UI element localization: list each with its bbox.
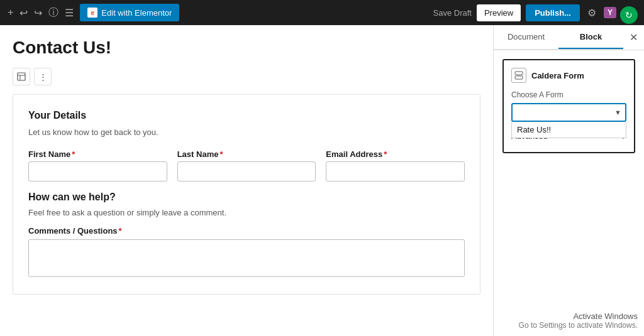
first-name-label: First Name*: [28, 149, 167, 159]
block-table-icon[interactable]: [13, 68, 30, 85]
editor-area: Contact Us! ⋮ ↻ Your Details Let us know…: [0, 25, 493, 336]
settings-gear-button[interactable]: ⚙: [585, 4, 599, 21]
your-details-sub: Let us know how to get back to you.: [28, 127, 465, 137]
email-field: Email Address*: [326, 149, 465, 182]
sidebar-block-content: Caldera Form Choose A Form Rate Us!! Con…: [494, 50, 644, 336]
choose-form-label: Choose A Form: [511, 90, 626, 99]
sidebar-close-button[interactable]: ✕: [623, 25, 644, 50]
svg-rect-3: [515, 72, 523, 75]
activate-windows-sub: Go to Settings to activate Windows.: [519, 321, 638, 330]
elementor-logo: e: [87, 8, 97, 18]
activate-windows-notice: Activate Windows Go to Settings to activ…: [519, 312, 638, 330]
caldera-form-block: Caldera Form Choose A Form Rate Us!! Con…: [502, 59, 635, 153]
email-input[interactable]: [326, 161, 465, 182]
tab-block[interactable]: Block: [558, 26, 623, 49]
plus-icon[interactable]: +: [8, 7, 13, 18]
block-dots-icon[interactable]: ⋮: [34, 68, 52, 85]
redo-icon[interactable]: ↪: [34, 7, 42, 19]
first-name-input[interactable]: [28, 161, 167, 182]
top-toolbar: + ↩ ↪ ⓘ ☰ e Edit with Elementor Save Dra…: [0, 0, 644, 25]
last-name-label: Last Name*: [177, 149, 316, 159]
how-help-title: How can we help?: [28, 192, 465, 203]
caldera-block-header: Caldera Form: [511, 68, 626, 83]
publish-button[interactable]: Publish...: [526, 4, 580, 21]
toolbar-right: Save Draft Preview Publish... ⚙ Y ⋮: [433, 4, 636, 21]
last-name-input[interactable]: [177, 161, 316, 182]
comments-textarea[interactable]: [28, 239, 465, 277]
svg-rect-0: [18, 73, 25, 80]
dropdown-option-rate-us[interactable]: Rate Us!!: [512, 122, 626, 138]
main-layout: Contact Us! ⋮ ↻ Your Details Let us know…: [0, 25, 644, 336]
right-sidebar: Document Block ✕ Caldera Form Choose A: [493, 25, 644, 336]
name-email-row: First Name* Last Name* Email Address*: [28, 149, 465, 182]
menu-icon[interactable]: ☰: [65, 7, 74, 19]
last-name-field: Last Name*: [177, 149, 316, 182]
how-help-sub: Feel free to ask a question or simply le…: [28, 208, 465, 217]
sidebar-tabs: Document Block: [494, 26, 623, 50]
block-toolbar: ⋮ ↻: [13, 64, 480, 89]
form-select-wrapper: Rate Us!! Contact Form ▼ Rate Us!!: [511, 103, 626, 122]
yoast-button[interactable]: Y: [604, 7, 616, 18]
your-details-title: Your Details: [28, 110, 465, 121]
edit-elementor-label: Edit with Elementor: [101, 8, 172, 18]
info-icon[interactable]: ⓘ: [48, 6, 58, 19]
comments-label: Comments / Questions*: [28, 226, 465, 236]
caldera-form-title: Caldera Form: [531, 71, 584, 80]
email-label: Email Address*: [326, 149, 465, 159]
dropdown-open: Rate Us!!: [511, 122, 626, 138]
page-content: Contact Us! ⋮ ↻ Your Details Let us know…: [0, 25, 493, 336]
undo-icon[interactable]: ↩: [19, 7, 28, 19]
activate-windows-title: Activate Windows: [519, 312, 638, 321]
svg-rect-4: [515, 76, 523, 79]
first-name-field: First Name*: [28, 149, 167, 182]
caldera-form-icon: [511, 68, 526, 83]
choose-form-select[interactable]: Rate Us!! Contact Form: [511, 103, 626, 122]
edit-elementor-button[interactable]: e Edit with Elementor: [80, 4, 179, 21]
form-section: Your Details Let us know how to get back…: [13, 94, 480, 295]
save-draft-button[interactable]: Save Draft: [433, 8, 472, 18]
preview-button[interactable]: Preview: [477, 4, 521, 21]
page-title: Contact Us!: [13, 25, 480, 64]
tab-document[interactable]: Document: [494, 26, 558, 49]
